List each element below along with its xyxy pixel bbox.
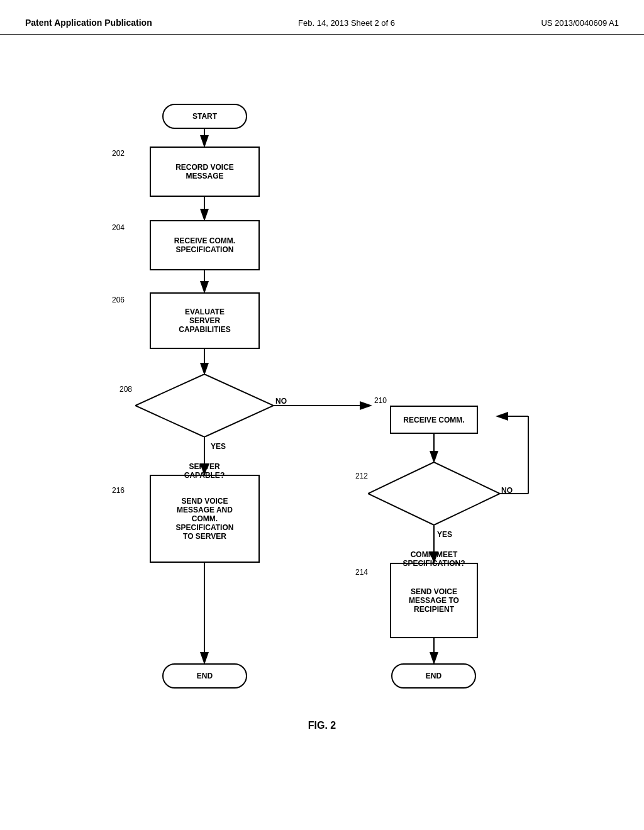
label-206: 206 [112,296,125,304]
no-label-212: NO [501,486,513,495]
no-label-208: NO [275,397,287,406]
label-204: 204 [112,223,125,232]
header-patent-number: US 2013/0040609 A1 [541,18,619,28]
node-202: RECORD VOICE MESSAGE [150,147,260,197]
svg-marker-15 [368,462,500,525]
page-header: Patent Application Publication Feb. 14, … [0,0,644,35]
end-node-1: END [162,663,247,689]
node-208: SERVER CAPABLE? [135,374,274,437]
label-208: 208 [119,385,132,394]
figure-caption: FIG. 2 [0,720,644,731]
node-206: EVALUATE SERVER CAPABILITIES [150,292,260,349]
label-202: 202 [112,149,125,158]
node-204: RECEIVE COMM. SPECIFICATION [150,220,260,270]
node-210: RECEIVE COMM. [390,406,478,434]
header-publication-type: Patent Application Publication [25,18,152,28]
label-212: 212 [355,472,368,480]
start-node: START [162,104,247,129]
svg-marker-14 [135,374,274,437]
node-212: COMM MEET SPECIFICATION? [368,462,500,525]
header-date-sheet: Feb. 14, 2013 Sheet 2 of 6 [298,18,395,28]
label-216: 216 [112,486,125,495]
label-214: 214 [355,568,368,577]
label-210: 210 [374,396,387,405]
connector-lines [0,35,644,789]
diagram-area: START 202 RECORD VOICE MESSAGE 204 RECEI… [0,35,644,789]
end-node-2: END [391,663,476,689]
